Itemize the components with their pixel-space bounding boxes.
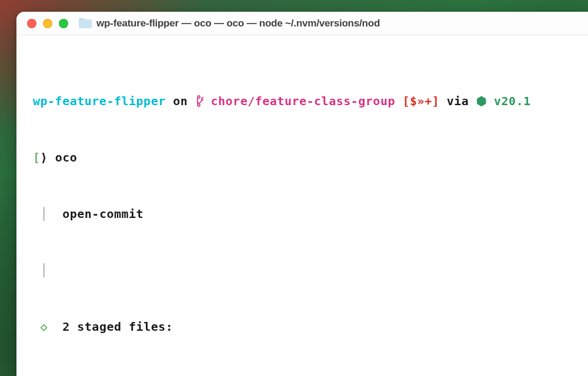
- output-line: │ open-commit: [16, 204, 588, 223]
- diamond-bullet: ◇: [33, 320, 48, 334]
- terminal-content[interactable]: wp-feature-flipper on chore/feature-clas…: [16, 35, 588, 376]
- command-text: oco: [48, 150, 77, 164]
- maximize-button[interactable]: [59, 19, 68, 28]
- prompt-bracket-open: [: [33, 150, 41, 164]
- folder-icon: [79, 18, 92, 28]
- terminal-window: wp-feature-flipper — oco — oco — node ~/…: [16, 12, 588, 376]
- prompt-via: via: [439, 94, 476, 108]
- prompt-line: wp-feature-flipper on chore/feature-clas…: [16, 92, 588, 110]
- prompt-dir: wp-feature-flipper: [33, 94, 166, 108]
- tree-pipe: │: [33, 207, 48, 221]
- minimize-button[interactable]: [43, 19, 52, 28]
- prompt-status: [$»+]: [395, 94, 439, 108]
- command-line: [⟩ oco: [16, 148, 588, 167]
- titlebar: wp-feature-flipper — oco — oco — node ~/…: [16, 12, 588, 35]
- git-branch-icon: [195, 92, 211, 110]
- prompt-node-version: v20.1: [494, 94, 531, 108]
- window-title-text: wp-feature-flipper — oco — oco — node ~/…: [96, 18, 380, 29]
- prompt-angle: ⟩: [41, 150, 48, 164]
- tool-name: open-commit: [48, 207, 143, 221]
- output-line: │: [16, 261, 588, 280]
- output-line: ◇ 2 staged files:: [16, 317, 588, 336]
- prompt-on: on: [166, 94, 195, 108]
- close-button[interactable]: [27, 19, 36, 28]
- staged-files-label: 2 staged files:: [48, 320, 173, 334]
- tree-pipe: │: [33, 263, 48, 277]
- traffic-lights: [27, 19, 68, 28]
- window-title: wp-feature-flipper — oco — oco — node ~/…: [79, 18, 380, 29]
- node-icon: ⬢: [476, 94, 494, 108]
- prompt-branch: chore/feature-class-group: [211, 94, 395, 108]
- output-line: app/Features/Updates/Updates.php: [16, 374, 588, 376]
